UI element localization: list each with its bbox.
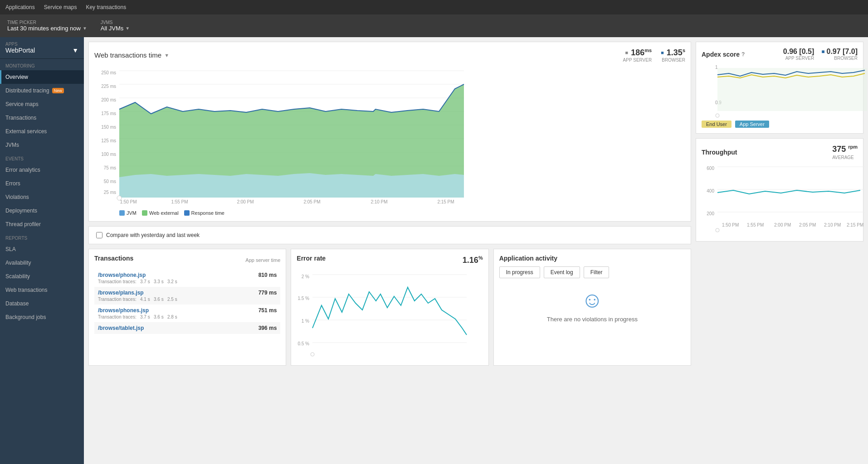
transactions-subtitle: App server time — [245, 257, 280, 263]
sub-header: TIME PICKER Last 30 minutes ending now ▼… — [0, 14, 868, 37]
error-rate-value: 1.16% — [463, 255, 483, 265]
sidebar-item-error-analytics[interactable]: Error analytics — [0, 163, 84, 177]
apdex-panel: Apdex score ? 0.96 [0.5] APP SERVER ■ — [696, 42, 863, 134]
chart-metrics: ■ 186ms APP SERVER ■ 1.35s BROWSE — [623, 48, 685, 63]
apdex-browser-label: BROWSER — [834, 56, 858, 61]
transaction-traces: Transaction traces: 3.7 s 3.3 s 3.2 s — [98, 279, 277, 284]
apdex-scores: 0.96 [0.5] APP SERVER ■ 0.97 [7.0] BROWS… — [783, 48, 858, 61]
sidebar-item-background-jobs[interactable]: Background jobs — [0, 310, 84, 324]
table-row[interactable]: /browse/phones.jsp 751 ms Transaction tr… — [94, 304, 280, 322]
sidebar-item-violations[interactable]: Violations — [0, 190, 84, 204]
app-server-value: 186ms — [631, 48, 652, 58]
app-server-label: APP SERVER — [623, 58, 652, 63]
filter-button[interactable]: Filter — [584, 266, 610, 278]
svg-text:600: 600 — [707, 166, 714, 171]
app-name[interactable]: WebPortal ▼ — [5, 47, 78, 54]
reports-header: REPORTS — [0, 231, 84, 242]
svg-text:125 ms: 125 ms — [101, 138, 116, 143]
table-row[interactable]: /browse/plans.jsp 779 ms Transaction tra… — [94, 287, 280, 304]
svg-text:200: 200 — [707, 211, 714, 216]
sidebar-item-sla[interactable]: SLA — [0, 242, 84, 256]
chart-header: Web transactions time ▼ ■ 186ms APP SERV… — [94, 48, 685, 63]
sidebar-item-external-services[interactable]: External services — [0, 125, 84, 138]
smiley-icon: ☺ — [499, 287, 685, 312]
sidebar-item-web-transactions[interactable]: Web transactions — [0, 283, 84, 297]
sidebar-item-deployments[interactable]: Deployments — [0, 204, 84, 218]
legend-web-external[interactable]: Web external — [142, 210, 179, 216]
end-user-legend[interactable]: End User — [702, 121, 731, 128]
jvm-icon — [119, 210, 125, 216]
app-dropdown-arrow: ▼ — [72, 47, 78, 54]
nav-key-transactions[interactable]: Key transactions — [86, 4, 126, 10]
throughput-header: Throughput 375 rpm AVERAGE — [702, 144, 858, 160]
transaction-time: 751 ms — [258, 307, 277, 314]
throughput-svg: 600 400 200 1:50 PM 1:55 PM 2:00 PM 2:05… — [702, 163, 867, 236]
no-violations-section: ☺ There are no violations in progress — [499, 287, 685, 323]
sidebar-item-overview[interactable]: Overview — [0, 70, 84, 84]
apdex-header: Apdex score ? 0.96 [0.5] APP SERVER ■ — [702, 48, 858, 61]
sidebar-item-thread-profiler[interactable]: Thread profiler — [0, 218, 84, 231]
svg-text:2:10 PM: 2:10 PM — [371, 199, 387, 204]
compare-checkbox[interactable] — [96, 232, 102, 238]
chart-title[interactable]: Web transactions time ▼ — [94, 51, 169, 59]
browser-indicator: ■ — [821, 48, 824, 55]
sidebar-item-database[interactable]: Database — [0, 297, 84, 310]
svg-text:50 ms: 50 ms — [104, 179, 116, 184]
throughput-label: AVERAGE — [832, 155, 854, 160]
svg-text:200 ms: 200 ms — [101, 97, 116, 102]
sidebar-item-service-maps[interactable]: Service maps — [0, 97, 84, 111]
transactions-title: Transactions — [94, 255, 133, 262]
error-rate-title: Error rate — [297, 255, 326, 262]
web-transactions-svg: 250 ms 225 ms 200 ms 175 ms 150 ms 125 m… — [94, 66, 466, 207]
jvms-arrow: ▼ — [125, 26, 130, 31]
svg-text:250 ms: 250 ms — [101, 70, 116, 75]
right-panels: Apdex score ? 0.96 [0.5] APP SERVER ■ — [696, 37, 868, 366]
time-picker-label: TIME PICKER — [7, 20, 87, 25]
apdex-legend: End User App Server — [702, 121, 858, 128]
sidebar-item-availability[interactable]: Availability — [0, 256, 84, 270]
in-progress-button[interactable]: In progress — [499, 266, 540, 278]
table-row[interactable]: /browse/tablet.jsp 396 ms — [94, 322, 280, 334]
events-header: EVENTS — [0, 152, 84, 163]
time-picker-value[interactable]: Last 30 minutes ending now ▼ — [7, 25, 87, 32]
legend-response-time[interactable]: Response time — [184, 210, 224, 216]
event-log-button[interactable]: Event log — [544, 266, 580, 278]
app-section: APPS WebPortal ▼ — [0, 37, 84, 59]
web-external-label: Web external — [149, 210, 179, 216]
transaction-time: 396 ms — [258, 325, 277, 331]
app-server-legend[interactable]: App Server — [735, 121, 769, 128]
transaction-traces: Transaction traces: 4.1 s 3.6 s 2.5 s — [98, 297, 277, 302]
sidebar-item-errors[interactable]: Errors — [0, 177, 84, 190]
svg-text:2 %: 2 % — [302, 274, 309, 279]
app-server-metric: ■ 186ms APP SERVER — [623, 48, 652, 63]
svg-text:175 ms: 175 ms — [101, 111, 116, 116]
jvms-label: JVMS — [101, 20, 130, 25]
no-violations-text: There are no violations in progress — [547, 316, 638, 323]
apdex-help-icon[interactable]: ? — [741, 51, 745, 58]
sidebar-item-distributed-tracing[interactable]: Distributed tracing New — [0, 84, 84, 97]
svg-text:400: 400 — [707, 188, 714, 193]
nav-applications[interactable]: Applications — [5, 4, 35, 10]
chart-legend: JVM Web external Response time — [94, 210, 685, 216]
table-row[interactable]: /browse/phone.jsp 810 ms Transaction tra… — [94, 269, 280, 287]
response-time-icon — [184, 210, 190, 216]
svg-marker-21 — [119, 173, 464, 198]
sidebar-item-transactions[interactable]: Transactions — [0, 111, 84, 125]
apdex-app-server: 0.96 [0.5] APP SERVER — [783, 48, 814, 61]
compare-section: Compare with yesterday and last week — [88, 226, 691, 244]
web-external-icon — [142, 210, 147, 216]
svg-text:25 ms: 25 ms — [104, 190, 116, 195]
apdex-app-server-label: APP SERVER — [785, 56, 814, 61]
svg-text:2:10 PM: 2:10 PM — [824, 222, 841, 227]
svg-text:1:55 PM: 1:55 PM — [747, 222, 764, 227]
transaction-time: 779 ms — [258, 290, 277, 296]
chart-title-arrow: ▼ — [164, 53, 169, 58]
transaction-traces: Transaction traces: 3.7 s 3.6 s 2.8 s — [98, 314, 277, 319]
jvms-value[interactable]: All JVMs ▼ — [101, 25, 130, 32]
sidebar-item-scalability[interactable]: Scalability — [0, 270, 84, 283]
legend-jvm[interactable]: JVM — [119, 210, 137, 216]
nav-service-maps[interactable]: Service maps — [44, 4, 77, 10]
svg-point-41 — [716, 114, 719, 117]
sidebar-item-jvms[interactable]: JVMs — [0, 138, 84, 152]
compare-label: Compare with yesterday and last week — [106, 232, 200, 238]
